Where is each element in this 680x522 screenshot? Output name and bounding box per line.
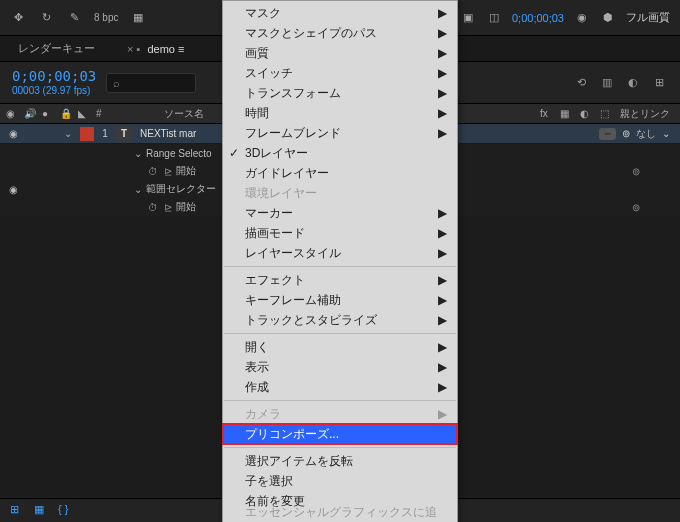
tab-menu-icon[interactable]: ≡ (178, 43, 184, 55)
prop-label: 開始 (176, 200, 196, 214)
keyframe-nav-icon[interactable]: ⊵ (164, 202, 172, 213)
quality-dropdown[interactable]: フル画質 (626, 10, 670, 25)
menu-switch[interactable]: スイッチ▶ (223, 63, 457, 83)
label-color-swatch[interactable] (80, 127, 94, 141)
submenu-arrow-icon: ▶ (438, 407, 447, 421)
menu-transform[interactable]: トランスフォーム▶ (223, 83, 457, 103)
folder-icon[interactable]: ▦ (130, 10, 146, 26)
switches-header-icon: ▦ (560, 108, 572, 120)
menu-create[interactable]: 作成▶ (223, 377, 457, 397)
submenu-arrow-icon: ▶ (438, 6, 447, 20)
layer-name[interactable]: NEXTist mar (140, 128, 196, 139)
menu-separator (224, 333, 456, 334)
bit-depth-label[interactable]: 8 bpc (94, 12, 118, 23)
menu-time[interactable]: 時間▶ (223, 103, 457, 123)
menu-invert-selection[interactable]: 選択アイテムを反転 (223, 451, 457, 471)
menu-open[interactable]: 開く▶ (223, 337, 457, 357)
twirl-down-icon[interactable]: ⌄ (64, 128, 72, 139)
menu-select-children[interactable]: 子を選択 (223, 471, 457, 491)
submenu-arrow-icon: ▶ (438, 26, 447, 40)
mode-dropdown[interactable]: ━ (599, 128, 616, 140)
toggle-brackets-icon[interactable]: { } (58, 503, 74, 519)
menu-track-stabilize[interactable]: トラックとスタビライズ▶ (223, 310, 457, 330)
source-name-header[interactable]: ソース名 (164, 107, 204, 121)
menu-separator (224, 400, 456, 401)
crop-icon[interactable]: ▣ (460, 10, 476, 26)
frame-blend-toggle-icon[interactable]: ▥ (598, 74, 616, 92)
parent-dropdown[interactable]: なし (636, 127, 656, 141)
snapshot-icon[interactable]: ◉ (574, 10, 590, 26)
submenu-arrow-icon: ▶ (438, 360, 447, 374)
menu-quality[interactable]: 画質▶ (223, 43, 457, 63)
stopwatch-icon[interactable]: ⏱ (148, 166, 158, 177)
submenu-arrow-icon: ▶ (438, 86, 447, 100)
menu-frame-blend[interactable]: フレームブレンド▶ (223, 123, 457, 143)
mask-icon[interactable]: ◫ (486, 10, 502, 26)
graph-editor-icon[interactable]: ⊞ (650, 74, 668, 92)
submenu-arrow-icon: ▶ (438, 46, 447, 60)
visibility-header-icon: ◉ (6, 108, 18, 120)
audio-header-icon: 🔊 (24, 108, 36, 120)
rotate-tool-icon[interactable]: ↻ (38, 10, 54, 26)
submenu-arrow-icon: ▶ (438, 340, 447, 354)
color-settings-icon[interactable]: ⬢ (600, 10, 616, 26)
layer-search-input[interactable]: ⌕ (106, 73, 196, 93)
twirl-down-icon[interactable]: ⌄ (134, 184, 142, 195)
hand-tool-icon[interactable]: ✥ (10, 10, 26, 26)
menu-camera: カメラ▶ (223, 404, 457, 424)
menu-essential-graphics: エッセンシャルグラフィックスに追加 (223, 511, 457, 522)
fx-header-icon: fx (540, 108, 552, 120)
stopwatch-icon[interactable]: ⏱ (148, 202, 158, 213)
current-timecode: 0;00;00;03 (12, 69, 96, 84)
tab-demo[interactable]: × ▪ demo ≡ (115, 39, 192, 59)
search-icon: ⌕ (113, 77, 120, 89)
link-icon[interactable]: ⊚ (632, 166, 640, 177)
index-header: # (96, 108, 102, 119)
menu-kf-assist[interactable]: キーフレーム補助▶ (223, 290, 457, 310)
layer-context-menu: マスク▶ マスクとシェイプのパス▶ 画質▶ スイッチ▶ トランスフォーム▶ 時間… (222, 0, 458, 522)
pan-behind-icon[interactable]: ✎ (66, 10, 82, 26)
parent-pickwhip-icon[interactable]: ⊚ (622, 128, 630, 139)
tab-render-queue[interactable]: レンダーキュー (10, 37, 103, 60)
submenu-arrow-icon: ▶ (438, 380, 447, 394)
check-icon: ✓ (229, 146, 239, 160)
tab-close-icon[interactable]: × (127, 43, 133, 55)
menu-separator (224, 266, 456, 267)
parent-link-header[interactable]: 親とリンク (620, 107, 670, 121)
menu-paint-mode[interactable]: 描画モード▶ (223, 223, 457, 243)
composition-icon: ▪ (137, 43, 141, 55)
submenu-arrow-icon: ▶ (438, 66, 447, 80)
toggle-modes-icon[interactable]: ▦ (34, 503, 50, 519)
toggle-switches-icon[interactable]: ⊞ (10, 503, 26, 519)
chevron-down-icon[interactable]: ⌄ (662, 128, 670, 139)
menu-mask[interactable]: マスク▶ (223, 3, 457, 23)
submenu-arrow-icon: ▶ (438, 293, 447, 307)
text-layer-icon: T (116, 126, 132, 142)
menu-precompose[interactable]: プリコンポーズ... (223, 424, 457, 444)
preview-timecode[interactable]: 0;00;00;03 (512, 12, 564, 24)
visibility-toggle-icon[interactable]: ◉ (6, 128, 20, 139)
menu-guide-layer[interactable]: ガイドレイヤー (223, 163, 457, 183)
menu-3d-layer[interactable]: ✓3Dレイヤー (223, 143, 457, 163)
menu-effect[interactable]: エフェクト▶ (223, 270, 457, 290)
timecode-block[interactable]: 0;00;00;03 00003 (29.97 fps) (12, 69, 96, 95)
twirl-down-icon[interactable]: ⌄ (134, 148, 142, 159)
menu-env-layer: 環境レイヤー (223, 183, 457, 203)
prop-label: 範囲セレクター (146, 182, 216, 196)
menu-view[interactable]: 表示▶ (223, 357, 457, 377)
submenu-arrow-icon: ▶ (438, 246, 447, 260)
menu-layer-style[interactable]: レイヤースタイル▶ (223, 243, 457, 263)
shy-layers-icon[interactable]: ⟲ (572, 74, 590, 92)
menu-marker[interactable]: マーカー▶ (223, 203, 457, 223)
link-icon[interactable]: ⊚ (632, 202, 640, 213)
submenu-arrow-icon: ▶ (438, 106, 447, 120)
cube-header-icon: ⬚ (600, 108, 612, 120)
solo-header-icon: ● (42, 108, 54, 120)
visibility-toggle-icon[interactable]: ◉ (6, 184, 20, 195)
motion-blur-toggle-icon[interactable]: ◐ (624, 74, 642, 92)
prop-label: Range Selecto (146, 148, 212, 159)
keyframe-nav-icon[interactable]: ⊵ (164, 166, 172, 177)
menu-mask-shape-path[interactable]: マスクとシェイプのパス▶ (223, 23, 457, 43)
submenu-arrow-icon: ▶ (438, 273, 447, 287)
submenu-arrow-icon: ▶ (438, 126, 447, 140)
